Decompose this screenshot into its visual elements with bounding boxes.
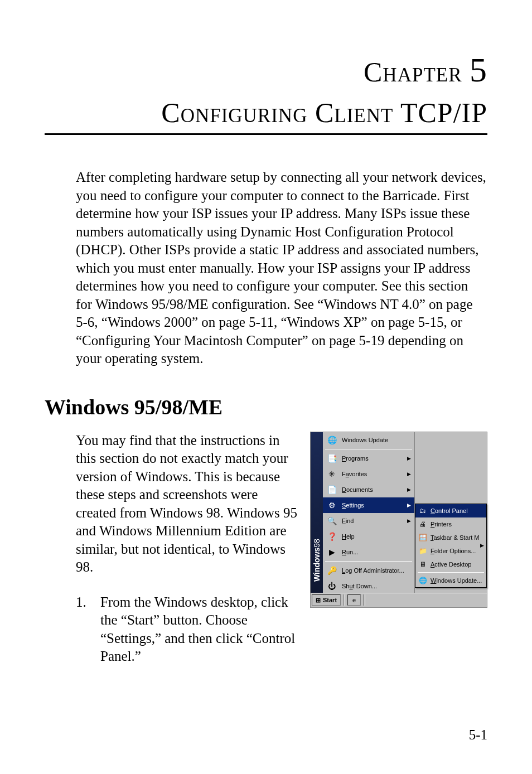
start-menu-screenshot: Windows98 🌐 Windows Update 📑 Programs ▶ …: [310, 432, 487, 608]
menu-item-documents[interactable]: 📄 Documents ▶: [323, 482, 414, 497]
chevron-right-icon: ▶: [407, 471, 411, 477]
menu-item-find[interactable]: 🔍 Find ▶: [323, 513, 414, 529]
taskbar: ⊞ Start e: [311, 593, 487, 607]
chapter-prefix: Chapter: [364, 56, 462, 88]
sidebar-brand: Windows98: [312, 539, 321, 582]
body-paragraph: You may find that the instructions in th…: [76, 432, 299, 577]
menu-label: Run...: [342, 549, 358, 555]
chapter-label: Chapter 5: [45, 50, 487, 90]
chevron-right-icon: ▶: [407, 502, 411, 508]
submenu-item-control-panel[interactable]: 🗂 Control Panel: [415, 504, 486, 517]
menu-label: Windows Update: [342, 437, 388, 443]
taskbar-separator: [363, 594, 365, 606]
windows-update-icon: 🌐: [418, 576, 427, 585]
printers-icon: 🖨: [418, 520, 427, 529]
chapter-number: 5: [470, 51, 487, 89]
menu-divider: [325, 449, 412, 449]
menu-item-windows-update[interactable]: 🌐 Windows Update: [323, 432, 414, 448]
submenu-item-active-desktop[interactable]: 🖥 Active Desktop ▶: [415, 558, 486, 571]
start-label: Start: [323, 597, 337, 603]
page-number: 5-1: [469, 727, 487, 743]
globe-icon: 🌐: [326, 434, 337, 446]
menu-divider: [325, 561, 412, 562]
submenu-label: Windows Update...: [431, 577, 482, 584]
windows-logo-icon: ⊞: [316, 597, 321, 604]
list-item: 1. From the Windows desktop, click the “…: [76, 593, 299, 666]
intro-paragraph: After completing hardware setup by conne…: [76, 168, 487, 368]
settings-submenu: 🗂 Control Panel 🖨 Printers 🪟 Taskbar & S…: [415, 504, 487, 588]
section-heading: Windows 95/98/ME: [45, 395, 487, 419]
menu-item-shutdown[interactable]: ⏻ Shut Down...: [323, 578, 414, 594]
chevron-right-icon: ▶: [480, 543, 484, 548]
quick-launch-item[interactable]: e: [347, 594, 361, 606]
submenu-divider: [418, 572, 484, 573]
submenu-label: Printers: [431, 521, 452, 528]
find-icon: 🔍: [326, 515, 337, 526]
menu-label: Find: [342, 517, 354, 524]
chapter-title: Configuring Client TCP/IP: [45, 96, 487, 131]
help-icon: ❓: [326, 531, 337, 542]
submenu-label: Folder Options...: [431, 548, 476, 554]
menu-label: Settings: [342, 502, 364, 509]
documents-icon: 📄: [326, 484, 337, 495]
chevron-right-icon: ▶: [407, 518, 411, 524]
start-menu-sidebar: Windows98: [311, 432, 323, 593]
brand-suffix: 98: [312, 539, 321, 548]
taskbar-icon: 🪟: [418, 533, 427, 542]
menu-item-help[interactable]: ❓ Help: [323, 529, 414, 544]
taskbar-separator: [343, 594, 345, 606]
control-panel-icon: 🗂: [418, 506, 427, 515]
programs-icon: 📑: [326, 453, 337, 464]
menu-label: Shut Down...: [342, 583, 377, 589]
menu-label: Documents: [342, 486, 373, 493]
favorites-icon: ✳: [326, 468, 337, 480]
menu-label: Favorites: [342, 471, 367, 477]
list-text: From the Windows desktop, click the “Sta…: [100, 593, 299, 666]
list-marker: 1.: [76, 593, 87, 666]
menu-label: Help: [342, 533, 355, 540]
submenu-label: Control Panel: [431, 507, 468, 514]
submenu-label: Taskbar & Start M: [431, 534, 479, 541]
active-desktop-icon: 🖥: [418, 560, 427, 569]
shutdown-icon: ⏻: [326, 580, 337, 592]
settings-icon: ⚙: [326, 500, 337, 511]
submenu-item-printers[interactable]: 🖨 Printers: [415, 517, 486, 531]
chevron-right-icon: ▶: [407, 456, 411, 461]
chevron-right-icon: ▶: [407, 487, 411, 492]
submenu-label: Active Desktop: [431, 561, 471, 568]
brand-text: Windows: [312, 547, 321, 581]
menu-label: Log Off Administrator...: [342, 567, 404, 574]
logoff-icon: 🔑: [326, 565, 337, 576]
menu-item-programs[interactable]: 📑 Programs ▶: [323, 451, 414, 466]
submenu-item-folder-options[interactable]: 📁 Folder Options...: [415, 544, 486, 558]
menu-item-favorites[interactable]: ✳ Favorites ▶: [323, 466, 414, 482]
folder-options-icon: 📁: [418, 546, 427, 555]
menu-label: Programs: [342, 455, 369, 462]
start-menu: 🌐 Windows Update 📑 Programs ▶ ✳ Favorite…: [323, 432, 415, 593]
run-icon: ▶: [326, 546, 337, 558]
menu-item-logoff[interactable]: 🔑 Log Off Administrator...: [323, 563, 414, 578]
submenu-item-windows-update[interactable]: 🌐 Windows Update...: [415, 574, 486, 587]
ie-icon: e: [352, 597, 356, 603]
menu-item-run[interactable]: ▶ Run...: [323, 544, 414, 560]
submenu-item-taskbar[interactable]: 🪟 Taskbar & Start M: [415, 531, 486, 544]
menu-item-settings[interactable]: ⚙ Settings ▶: [323, 497, 414, 513]
start-button[interactable]: ⊞ Start: [312, 594, 341, 606]
title-rule: [45, 133, 487, 135]
